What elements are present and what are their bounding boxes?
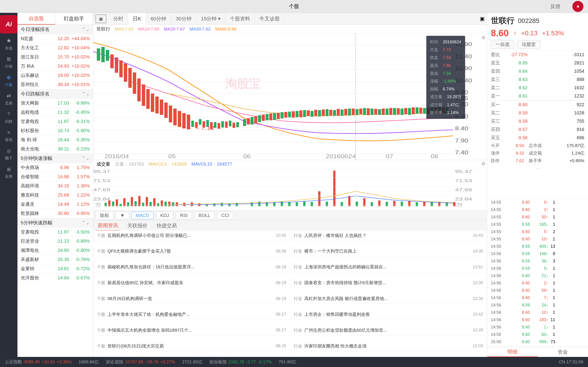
svg-rect-134 [149, 202, 152, 206]
list-item[interactable]: 甘肃电投11.87-3.50% [17, 227, 93, 237]
news-item[interactable]: 个股世联行(08月25日)现大宗交易08-25 [93, 341, 290, 351]
sidebar-item-trade[interactable]: ⇄ 交易 [0, 90, 17, 108]
feedback-btn[interactable]: 反馈 [550, 3, 561, 10]
news-item[interactable]: 行业广州住房公积金贷款额度由50亿元增加至...10:28 [290, 325, 487, 335]
tech-btn-kdj[interactable]: KDJ [156, 212, 173, 219]
tech-btn-boll[interactable]: BOLL [194, 212, 215, 219]
news-item[interactable]: 个股新易居估值80亿 孙宏斌、许家印成股东08-29 [93, 278, 290, 288]
news-item[interactable]: 个股QFII大规模调仓豪掷千金买入7股06:58 [93, 246, 290, 257]
news-tab-news[interactable]: 新闻资讯 [95, 221, 120, 231]
sidebar-item-market[interactable]: ⊞ 行情 [0, 53, 17, 71]
sidebar-item-news[interactable]: ≡ 资讯 [0, 126, 17, 144]
news-item[interactable]: 行业国泰君安：房市热情持续 预计8月新增贷...13:39 [290, 278, 487, 288]
btn-forum[interactable]: 论股堂 [517, 40, 540, 49]
stats-area: 今开8.50总市值175.87亿涨停9.32成交额1.24亿跌停7.62换手率+… [487, 142, 588, 165]
news-item[interactable]: 个股中报揭示五大机构全面增仓 加码1897只个...08-27 [93, 325, 290, 335]
svg-rect-168 [161, 200, 163, 206]
avatar[interactable]: ♠ [572, 1, 583, 12]
list-item[interactable]: 万 科A24.93+10.02% [17, 62, 93, 71]
list-item[interactable]: 杉杉股份16.74-5.80% [17, 126, 93, 135]
chart-tab-minute[interactable]: 分时 [109, 13, 128, 25]
list-item[interactable]: 雅克科技25.681.22% [17, 191, 93, 200]
tech-btn-remove-rights[interactable]: 除权 [95, 211, 113, 220]
list-item[interactable]: 甘肃电投11.87-6.31% [17, 117, 93, 126]
tech-btn-macd[interactable]: MACD [131, 212, 154, 219]
tech-btn-rsi[interactable]: RSI [175, 212, 192, 219]
news-item[interactable]: 个股上半年资本大佬买了啥：机构爱金融地产...08-27 [93, 309, 290, 319]
list-item[interactable]: N宏盛12.20+44.04% [17, 34, 93, 43]
sell-orders: 卖五8.652821卖四8.641054卖三8.63888卖二8.621632卖… [487, 59, 588, 100]
svg-rect-60 [363, 108, 366, 115]
list-item[interactable]: 乾景园林30.800.95% [17, 209, 93, 218]
svg-rect-89 [374, 109, 377, 115]
topbar: 个股 反馈 ♠ [0, 0, 588, 13]
news-item[interactable]: 个股近期机构扎堆调研小市值公司 部分涨幅已...10:45 [93, 231, 290, 241]
sidebar-item-favorite[interactable]: ★ 自选 [0, 34, 17, 53]
list-item[interactable]: 南大光电39.31-5.23% [17, 144, 93, 154]
news-item[interactable]: 行业上海深圳房地产超级拐点的精确位置就在...13:51 [290, 262, 487, 272]
news-tab-quick-trade[interactable]: 快捷交易 [154, 221, 179, 231]
list-item[interactable]: 浙江东日15.70+10.02% [17, 52, 93, 62]
list-item[interactable]: 浙大网新17.03-9.99% [17, 99, 93, 108]
svg-rect-62 [378, 109, 381, 115]
tab-funds[interactable]: 资金 [538, 347, 588, 357]
svg-rect-41 [218, 123, 220, 129]
list-item[interactable]: 巨龙管业21.23-0.89% [17, 237, 93, 246]
tab-monitor[interactable]: 盯盘助手 [55, 13, 93, 25]
svg-rect-85 [345, 109, 347, 115]
tech-btn-cci[interactable]: CCI [217, 212, 233, 219]
news-item[interactable]: 个股揭秘机构扎堆加仓路径：18只低估值股票浮...08-29 [93, 262, 290, 272]
list-item[interactable]: 中央商场6.961.75% [17, 163, 93, 172]
list-item[interactable]: 苏州恒久38.34+10.01% [17, 80, 93, 89]
chart-tab-info[interactable]: 个股资料 [225, 13, 255, 25]
sidebar: Ai ★ 自选 ⊞ 行情 ⊕ 个股 ⇄ 交易 ? 问财 ≡ 资讯 ◎ 圈子 [0, 13, 17, 357]
svg-rect-90 [382, 109, 384, 115]
main-chart-area[interactable]: ←7.12 2016/04 05 06 20160624 07 08 11.90… [93, 33, 487, 160]
news-item[interactable]: 个股08月26日机构调研一览08-29 [93, 294, 290, 304]
chart-gear-icon-2[interactable]: ⚙ [481, 161, 485, 167]
list-item[interactable]: 禾盛新材25.35-0.78% [17, 255, 93, 264]
list-item[interactable]: 合锻智能14.861.57% [17, 172, 93, 181]
news-item[interactable]: 行业人民房评：楼市疯狂 人也疯狂？16:43 [290, 231, 487, 241]
list-item[interactable]: 金通灵14.491.12% [17, 200, 93, 209]
news-item[interactable]: 行业楼市：一个大利空已在路上14:38 [290, 246, 487, 257]
list-item[interactable]: 金莱特24.81-0.72% [17, 264, 93, 273]
news-tab-related[interactable]: 关联报价 [125, 221, 150, 231]
svg-rect-50 [288, 112, 291, 117]
list-item[interactable]: 湘潭电化24.80-0.80% [17, 246, 93, 255]
stock-code: 002285 [518, 17, 539, 25]
tech-btn-dropdown[interactable]: ▼ [116, 212, 129, 219]
news-item[interactable]: 行业许家印朋友圈亮相 恒大概念走强10:03 [290, 341, 487, 351]
list-item[interactable]: 光洋股份14.94-0.67% [17, 273, 93, 283]
sidebar-item-ai[interactable]: Ai [0, 15, 17, 33]
chart-tab-diagnosis[interactable]: 牛叉诊股 [255, 13, 285, 25]
sidebar-item-circle[interactable]: ◎ 圈子 [0, 144, 17, 163]
svg-rect-53 [311, 111, 313, 117]
sidebar-item-apps[interactable]: ⊞ 应用 [0, 163, 17, 181]
chart-tab-15min[interactable]: 15分钟 ▾ [196, 13, 225, 25]
tab-detail[interactable]: 明细 [487, 347, 538, 357]
chart-expand-icon[interactable]: ▣ [480, 16, 485, 22]
list-item[interactable]: 海 利 得16.44-5.35% [17, 135, 93, 144]
news-item[interactable]: 行业高杠杆加大房企风险 银行或普遍收紧房地...13:30 [290, 294, 487, 304]
chart-tab-toggle[interactable]: ▣ [95, 15, 106, 23]
tab-watchlist[interactable]: 自选股 [17, 13, 55, 25]
news-item[interactable]: 行业上市房企：销售回暖带动盈利改善10:42 [290, 309, 487, 319]
list-item[interactable]: 远程电缆11.32-6.45% [17, 108, 93, 117]
svg-text:06: 06 [243, 153, 251, 160]
list-item[interactable]: 山东赫达19.00+10.02% [17, 71, 93, 80]
sidebar-item-stock[interactable]: ⊕ 个股 [0, 71, 17, 90]
list-item[interactable]: 高能环境34.151.36% [17, 181, 93, 191]
btn-watchlist[interactable]: 一自选 [491, 40, 514, 49]
list-item[interactable]: 方大化工12.82+10.04% [17, 43, 93, 52]
chart-tab-daily[interactable]: 日K [128, 13, 146, 25]
chart-gear-icon[interactable]: ⚙ [481, 35, 485, 40]
svg-rect-132 [135, 201, 137, 206]
more-btn[interactable]: ··· [487, 165, 588, 172]
stock-price-row: 8.60 ↑ +0.13 +1.53% [491, 28, 584, 38]
chart-tab-60min[interactable]: 60分钟 [146, 13, 171, 25]
svg-rect-30 [187, 115, 190, 129]
chart-tab-30min[interactable]: 30分钟 [171, 13, 196, 25]
sidebar-item-ask[interactable]: ? 问财 [0, 108, 17, 126]
svg-text:←7.12: ←7.12 [195, 125, 215, 131]
